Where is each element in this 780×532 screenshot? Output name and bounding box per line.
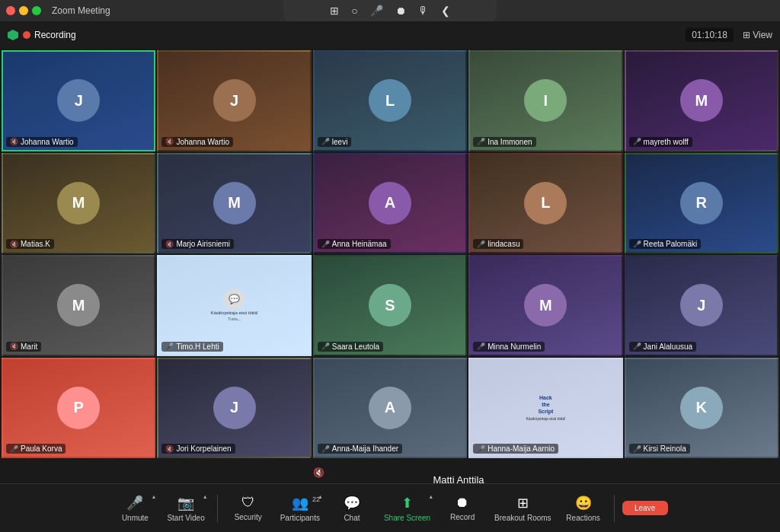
record-top-icon[interactable]: ⏺ — [395, 5, 406, 17]
participant-name-10: 🎤 Reeta Palomäki — [629, 239, 702, 249]
leave-label: Leave — [635, 504, 655, 512]
security-label: Security — [235, 513, 262, 521]
mic2-top-icon[interactable]: 🎙 — [418, 5, 429, 17]
recording-badge: Recording — [23, 30, 76, 40]
participant-name-15: 🎤 Jani Alaluusua — [629, 342, 697, 352]
mic-icon-3: 🎤 — [321, 138, 330, 145]
mic-muted-audio-1: 🔇 — [313, 467, 324, 478]
video-cell-13[interactable]: S 🎤 Saara Leutola — [313, 255, 467, 356]
mic-icon-5: 🎤 — [633, 138, 641, 145]
participant-name-14: 🎤 Minna Nurmelin — [473, 342, 545, 352]
mic-icon-20: 🎤 — [633, 445, 641, 453]
participant-name-8: 🎤 Anna Heinämaa — [318, 239, 391, 249]
toolbar-separator-2 — [614, 495, 615, 522]
unmute-icon: 🎤 — [126, 495, 143, 511]
video-cell-9[interactable]: L 🎤 lindacasu — [468, 153, 622, 254]
video-cell-1[interactable]: J 🔇 Johanna Wartio — [2, 50, 155, 151]
video-cell-20[interactable]: K 🎤 Kirsi Reinola — [625, 358, 778, 459]
reactions-label: Reactions — [566, 514, 599, 522]
share-caret[interactable]: ▲ — [428, 494, 433, 499]
bottom-toolbar: 🎤 Unmute ▲ 📷 Start Video ▲ 🛡 Security 👥 … — [0, 483, 780, 532]
unmute-caret[interactable]: ▲ — [151, 494, 156, 499]
unmute-button[interactable]: 🎤 Unmute ▲ — [112, 492, 158, 525]
close-button[interactable] — [6, 6, 15, 15]
participants-icon: 👥 — [292, 495, 308, 511]
participant-name-11: 🔇 Marit — [6, 342, 41, 352]
mic-muted-icon-2: 🔇 — [165, 138, 174, 145]
video-cell-18[interactable]: A 🎤 Anna-Maija Ihander — [313, 358, 467, 459]
video-cell-4[interactable]: I 🎤 Ina Immonen — [468, 50, 622, 151]
participant-name-17: 🔇 Jori Korpelainen — [161, 444, 235, 454]
minimize-button[interactable] — [19, 6, 28, 15]
video-cell-3[interactable]: L 🎤 leevi — [313, 50, 467, 151]
video-cell-15[interactable]: J 🎤 Jani Alaluusua — [625, 255, 778, 356]
breakout-rooms-button[interactable]: ⊞ Breakout Rooms — [490, 492, 555, 525]
mic-muted-icon-1: 🔇 — [10, 138, 18, 145]
participant-name-12: 🎤 Timo.H Lehti — [161, 342, 222, 352]
breakout-rooms-label: Breakout Rooms — [494, 514, 551, 522]
participant-name-4: 🎤 Ina Immonen — [473, 137, 535, 147]
window-title: Zoom Meeting — [52, 5, 110, 16]
grid-icon[interactable]: ⊞ — [330, 5, 339, 17]
maximize-button[interactable] — [32, 6, 41, 15]
start-video-button[interactable]: 📷 Start Video ▲ — [162, 492, 209, 525]
circle-icon[interactable]: ○ — [351, 5, 357, 17]
video-cell-7[interactable]: M 🔇 Marjo Airisniemi — [157, 153, 311, 254]
video-cell-17[interactable]: J 🔇 Jori Korpelainen — [157, 358, 311, 459]
participant-name-6: 🔇 Matias.K — [6, 239, 54, 249]
participant-name-13: 🎤 Saara Leutola — [318, 342, 383, 352]
record-button[interactable]: ⏺ Record — [440, 492, 485, 524]
chevron-left-icon[interactable]: ❮ — [441, 5, 450, 17]
unmute-label: Unmute — [122, 514, 149, 522]
window-controls[interactable] — [6, 6, 41, 15]
meeting-timer: 01:10:18 — [686, 28, 734, 42]
video-cell-10[interactable]: R 🎤 Reeta Palomäki — [625, 153, 778, 254]
shield-icon — [8, 30, 18, 40]
mic-icon-13: 🎤 — [321, 342, 330, 350]
video-caret[interactable]: ▲ — [203, 494, 208, 499]
breakout-icon: ⊞ — [517, 495, 529, 511]
mic-muted-icon-11: 🔇 — [10, 342, 18, 350]
share-screen-label: Share Screen — [384, 514, 430, 522]
participants-button[interactable]: 👥 Participants 22 ▲ — [276, 492, 324, 525]
mic-icon-14: 🎤 — [477, 342, 485, 350]
video-cell-8[interactable]: A 🎤 Anna Heinämaa — [313, 153, 467, 254]
mic-icon-8: 🎤 — [321, 241, 330, 248]
mic-muted-icon-7: 🔇 — [165, 241, 174, 248]
video-grid: J 🔇 Johanna Wartio J 🔇 Johanna Wartio L … — [0, 49, 780, 460]
participant-name-2: 🔇 Johanna Wartio — [161, 137, 233, 147]
participant-name-5: 🎤 mayreth wolff — [629, 137, 692, 147]
video-cell-6[interactable]: M 🔇 Matias.K — [2, 153, 155, 254]
share-screen-button[interactable]: ⬆ Share Screen ▲ — [379, 492, 435, 525]
mic-icon-16: 🎤 — [10, 445, 18, 453]
zoom-top-controls[interactable]: ⊞ ○ 🎤 ⏺ 🎙 ❮ — [283, 0, 497, 21]
video-cell-11[interactable]: M 🔇 Marit — [2, 255, 155, 356]
mic-muted-icon-6: 🔇 — [10, 241, 18, 248]
top-right-controls: 01:10:18 ⊞ View — [686, 28, 772, 42]
participant-name-18: 🎤 Anna-Maija Ihander — [318, 444, 402, 454]
mic-icon-15: 🎤 — [633, 342, 641, 350]
mic-top-icon[interactable]: 🎤 — [370, 5, 383, 17]
video-cell-19[interactable]: HacktheScript Käsikirjoittaja etsii töit… — [468, 358, 622, 459]
video-cell-5[interactable]: M 🎤 mayreth wolff — [625, 50, 778, 151]
chat-label: Chat — [344, 514, 360, 522]
video-cell-12[interactable]: 💬 Käsikirjoittaja etsii töitä! Tuota... … — [157, 255, 311, 356]
participant-name-16: 🎤 Paula Korva — [6, 444, 66, 454]
mic-muted-icon-17: 🔇 — [165, 445, 174, 453]
video-cell-2[interactable]: J 🔇 Johanna Wartio — [157, 50, 311, 151]
leave-button[interactable]: Leave — [622, 501, 668, 515]
participant-name-9: 🎤 lindacasu — [473, 239, 523, 249]
mic-icon-9: 🎤 — [477, 241, 485, 248]
participants-caret[interactable]: ▲ — [318, 494, 323, 499]
video-cell-16[interactable]: P 🎤 Paula Korva — [2, 358, 155, 459]
video-cell-14[interactable]: M 🎤 Minna Nurmelin — [468, 255, 622, 356]
mic-icon-19: 🎤 — [477, 445, 485, 453]
mic-icon-18: 🎤 — [321, 445, 330, 453]
view-button[interactable]: ⊞ View — [743, 30, 772, 40]
participants-label: Participants — [280, 514, 320, 522]
mic-icon-12: 🎤 — [165, 342, 174, 350]
security-button[interactable]: 🛡 Security — [225, 492, 271, 524]
chat-button[interactable]: 💬 Chat — [329, 492, 375, 525]
start-video-label: Start Video — [167, 514, 204, 522]
reactions-button[interactable]: 😀 Reactions — [561, 492, 606, 525]
